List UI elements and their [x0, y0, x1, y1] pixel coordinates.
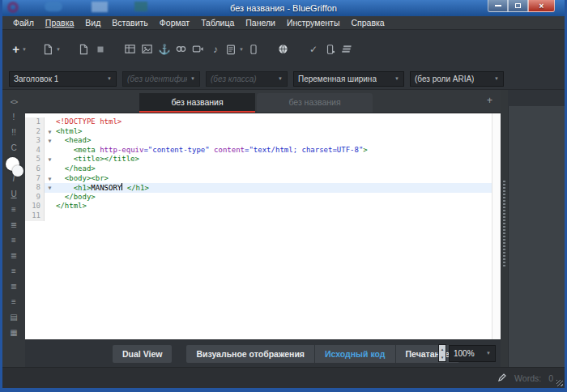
spinner-down-icon[interactable]: ▾ [441, 355, 444, 360]
menu-item-2[interactable]: Вид [79, 16, 106, 29]
format-toolbar: Заголовок 1▼(без идентификатора)▼(без кл… [2, 68, 565, 90]
desktop-glass-artifact [134, 2, 147, 11]
bullet-list-icon[interactable]: ≡ [11, 202, 16, 217]
zoom-spinner[interactable]: ▴ ▾ [438, 344, 446, 362]
link-button[interactable] [174, 40, 189, 59]
source-markup-icon[interactable]: <> [11, 94, 18, 109]
format-dropdown-0[interactable]: Заголовок 1▼ [9, 71, 117, 87]
mobile-preview-button[interactable] [323, 40, 338, 59]
splitter-grip[interactable] [503, 181, 505, 268]
view-mode-button-1[interactable]: Исходный код [315, 345, 395, 363]
center-column: без названиябез названия+ 1<!DOCTYPE htm… [25, 90, 501, 367]
desktop-glass-artifact [45, 2, 62, 11]
numbered-list-icon[interactable]: ≣ [11, 217, 17, 232]
line-number: 3 [25, 136, 45, 146]
format-dropdown-1: (без идентификатора)▼ [122, 71, 200, 87]
panel-splitter[interactable] [501, 90, 508, 367]
css-stack-button[interactable] [340, 40, 355, 59]
bold-icon[interactable]: B [11, 156, 16, 171]
table-button[interactable] [123, 40, 138, 59]
code-token: ="content-type" [143, 146, 209, 154]
menu-item-3[interactable]: Вставить [106, 16, 154, 29]
fold-arrow-icon[interactable]: ▼ [45, 174, 55, 184]
spinner-up-icon[interactable]: ▴ [441, 347, 444, 352]
format-dropdown-4[interactable]: (без роли ARIA)▼ [410, 71, 504, 87]
indent-icon[interactable]: ≣ [11, 248, 17, 263]
mobile-preview-icon [325, 44, 336, 55]
document-tab-1[interactable]: без названия [257, 93, 373, 113]
textbox-button[interactable] [246, 40, 261, 59]
outdent-icon[interactable]: ≡ [11, 232, 16, 248]
code-line-content: <html> [55, 127, 492, 137]
menu-item-0[interactable]: Файл [7, 16, 40, 29]
link-icon [175, 43, 187, 55]
maximize-button[interactable] [508, 0, 528, 12]
zoom-control: ▴ ▾ 100% ▼ [438, 344, 496, 362]
audio-button[interactable]: ♪ [208, 40, 223, 59]
dropdown-value: (без роли ARIA) [415, 75, 474, 83]
new-tab-button[interactable]: + [487, 95, 492, 106]
title-bar[interactable]: без названия - BlueGriffon × [2, 0, 565, 16]
minimize-button[interactable] [488, 0, 508, 12]
menu-item-6[interactable]: Панели [240, 16, 281, 29]
chevron-down-icon: ▼ [22, 47, 27, 52]
dropdown-value: Заголовок 1 [14, 75, 58, 83]
class-icon[interactable]: C [11, 140, 16, 156]
menu-item-4[interactable]: Формат [154, 16, 195, 29]
fold-arrow-icon[interactable]: ▼ [45, 136, 55, 146]
tab-bar: без названиябез названия+ [25, 90, 501, 113]
image-button[interactable] [140, 40, 155, 59]
add-button[interactable]: +▼ [12, 40, 27, 59]
line-number: 11 [25, 211, 45, 221]
anchor-icon: ⚓ [158, 45, 170, 54]
menu-item-5[interactable]: Таблица [195, 16, 240, 29]
insert-table-icon[interactable]: ▦ [10, 325, 17, 340]
code-line: 1<!DOCTYPE html> [25, 117, 492, 127]
menu-item-1[interactable]: Правка [40, 16, 79, 29]
format-dropdown-3[interactable]: Переменная ширина▼ [293, 71, 404, 87]
code-area[interactable]: 1<!DOCTYPE html>2▼<html>3▼ <head>4 <meta… [25, 113, 492, 339]
vertical-scrollbar[interactable] [492, 113, 501, 339]
save-file-button[interactable] [76, 40, 91, 59]
anchor-button[interactable]: ⚓ [157, 40, 172, 59]
spellcheck-button[interactable]: ✓ [306, 40, 321, 59]
code-token: </html> [56, 202, 87, 210]
align-right-icon[interactable]: ≡ [11, 294, 16, 309]
video-button[interactable] [191, 40, 206, 59]
zoom-level-dropdown[interactable]: 100% ▼ [449, 345, 496, 362]
image-icon [141, 43, 153, 55]
fold-arrow-icon[interactable]: ▼ [45, 155, 55, 164]
css-stack-icon [341, 43, 353, 55]
desktop-glass-artifact [7, 2, 19, 13]
emphasis-icon[interactable]: ! [13, 109, 15, 125]
view-mode-button-0[interactable]: Визуальное отображения [186, 345, 314, 363]
code-token: > [363, 146, 367, 154]
line-number: 9 [25, 193, 45, 202]
align-center-icon[interactable]: ≣ [11, 279, 17, 294]
stop-button[interactable] [93, 40, 108, 59]
italic-icon[interactable]: I [13, 171, 15, 186]
resize-grip[interactable] [556, 380, 563, 386]
open-file-icon [42, 44, 53, 55]
menu-item-7[interactable]: Инструменты [281, 16, 345, 29]
code-token: <body><br> [56, 174, 109, 182]
form-icon [225, 44, 237, 55]
close-button[interactable]: × [528, 0, 555, 12]
open-file-button[interactable]: ▼ [42, 40, 61, 59]
document-tab-0[interactable]: без названия [139, 93, 255, 113]
globe-button[interactable] [276, 40, 291, 59]
align-left-icon[interactable]: ≡ [11, 263, 16, 279]
justify-icon[interactable]: ▤ [10, 309, 17, 325]
code-token: <head> [56, 136, 91, 144]
code-token: <!DOCTYPE html> [56, 117, 122, 126]
underline-icon[interactable]: U [11, 186, 16, 202]
fold-arrow-icon[interactable]: ▼ [45, 127, 55, 137]
menu-item-8[interactable]: Справка [345, 16, 390, 29]
code-line-content: <meta http-equiv="content-type" content=… [55, 146, 492, 156]
chevron-down-icon: ▼ [394, 76, 399, 81]
dual-view-button[interactable]: Dual View [113, 345, 172, 363]
form-button[interactable]: ▼ [225, 40, 244, 59]
fold-arrow-icon[interactable]: ▼ [45, 183, 55, 193]
code-token: <meta [56, 146, 96, 154]
strong-icon[interactable]: !! [11, 125, 16, 140]
